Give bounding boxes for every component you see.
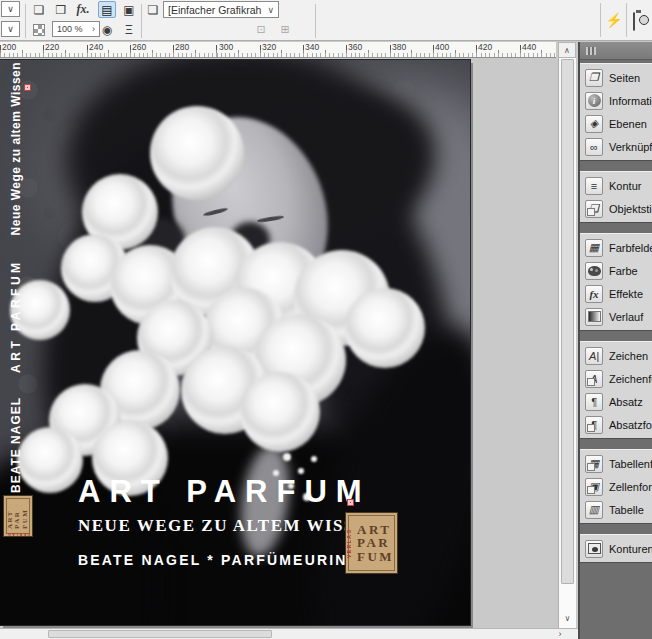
text-wrap-icon: [585, 540, 603, 558]
opacity-field[interactable]: 100 %›: [52, 21, 100, 37]
paragraph-icon: ¶: [585, 393, 603, 411]
pages-icon: ❐: [585, 69, 603, 87]
center-content-icon[interactable]: ◉: [98, 21, 116, 38]
spine-text-frame[interactable]: BEATE NAGEL ART PARFUM Neue Wege zu alte…: [9, 98, 23, 493]
effects-fx-icon: fx: [585, 285, 603, 303]
horizontal-scroll-right-button[interactable]: ›: [552, 629, 568, 639]
panel-button-konturenfuehrung[interactable]: Konturenführung: [580, 537, 652, 560]
cover-author: BEATE NAGEL * PARFÜMEURIN: [78, 552, 382, 568]
table-styles-icon: ▦: [585, 455, 603, 473]
ruler-tick-label: 360: [348, 42, 362, 52]
panel-label: Objektstile: [609, 203, 652, 215]
dropdown-chevron-button[interactable]: ∨: [1, 1, 20, 17]
panel-button-verlauf[interactable]: Verlauf: [580, 305, 652, 328]
transparency-icon[interactable]: [30, 21, 48, 38]
dock-header[interactable]: [580, 42, 652, 60]
vertical-scroll-thumb[interactable]: [561, 59, 574, 584]
panel-button-kontur[interactable]: ≡ Kontur: [580, 174, 652, 197]
gradient-icon: [585, 308, 603, 326]
color-palette-icon: [585, 262, 603, 280]
corner-options-icon[interactable]: ❏: [30, 1, 48, 18]
fit-frame-icon[interactable]: ▣: [120, 1, 138, 18]
ruler-tick-label: 440: [522, 42, 536, 52]
panel-button-zeichenformate[interactable]: A Zeichenformate: [580, 367, 652, 390]
horizontal-scrollbar[interactable]: ›: [0, 628, 652, 639]
photo-rose: [150, 106, 244, 200]
swatches-icon: ▦: [585, 239, 603, 257]
chevron-down-icon: ∨: [267, 5, 274, 15]
panel-label: Tabelle: [609, 504, 644, 516]
frame-anchor-marker[interactable]: [24, 84, 31, 91]
ruler-tick-label: 380: [392, 42, 406, 52]
ruler-tick-label: 220: [45, 42, 59, 52]
info-icon: i: [585, 92, 603, 110]
spine-title: ART PARFUM: [9, 259, 23, 372]
cover-subtitle: NEUE WEGE ZU ALTEM WISSEN: [78, 516, 382, 536]
dropdown-chevron-button[interactable]: ∨: [1, 21, 20, 37]
cover-title: ART PARFUM: [78, 474, 382, 510]
panel-button-absatzformate[interactable]: ¶ Absatzformate: [580, 413, 652, 436]
panel-button-tabellenformate[interactable]: ▦ Tabellenformate: [580, 452, 652, 475]
frame-grid-icon[interactable]: Ξ: [120, 21, 138, 38]
photo-flower-dot: [283, 453, 291, 461]
logo-verlag-text: Verlag: [346, 513, 357, 573]
panel-button-objektstile[interactable]: ❏ Objektstile: [580, 197, 652, 220]
control-panel: ∨ ❏ ❒ fx. ▤ ▣ ❏ [Einfacher Grafikrahmen]…: [0, 0, 652, 41]
preview-camera-icon[interactable]: [633, 13, 635, 31]
fit-content-icon[interactable]: ▤: [98, 1, 116, 18]
panel-label: Effekte: [609, 288, 643, 300]
ruler-tick-label: 260: [132, 42, 146, 52]
panel-button-ebenen[interactable]: ◈ Ebenen: [580, 112, 652, 135]
publisher-logo[interactable]: Verlag ART PAR FUM: [345, 512, 398, 574]
panel-label: Verlauf: [609, 311, 643, 323]
panel-button-farbe[interactable]: Farbe: [580, 259, 652, 282]
spine-subtitle: Neue Wege zu altem Wissen: [9, 62, 23, 236]
clear-overrides-icon[interactable]: ⊡: [252, 21, 270, 38]
panel-button-informationen[interactable]: i Informationen: [580, 89, 652, 112]
logo-line: FUM: [22, 496, 29, 529]
table-icon: ▥: [585, 501, 603, 519]
panel-button-farbfelder[interactable]: ▦ Farbfelder: [580, 236, 652, 259]
vertical-scroll-down-button[interactable]: ∨: [561, 611, 574, 625]
ruler-tick-label: 200: [2, 42, 16, 52]
panel-button-verknuepfungen[interactable]: ∞ Verknüpfungen: [580, 135, 652, 158]
frame-anchor-marker[interactable]: [347, 499, 354, 506]
horizontal-ruler[interactable]: 200 220 240 260 280 300 320 340 360 380 …: [0, 42, 556, 58]
new-style-icon[interactable]: ⊞: [276, 21, 294, 38]
ruler-tick-label: 420: [478, 42, 492, 52]
publisher-logo-spine[interactable]: Verlag ART PAR FUM: [3, 495, 33, 537]
panel-group-stroke: ≡ Kontur ❏ Objektstile: [580, 171, 652, 223]
panel-group-pages: ❐ Seiten i Informationen ◈ Ebenen ∞ Verk…: [580, 63, 652, 161]
object-style-icon: ❏: [145, 1, 161, 18]
book-cover-page[interactable]: BEATE NAGEL ART PARFUM Neue Wege zu alte…: [0, 60, 470, 625]
vertical-scroll-up-button[interactable]: ∧: [558, 42, 576, 58]
panel-label: Zeichenformate: [609, 373, 652, 385]
stroke-icon: ≡: [585, 177, 603, 195]
panel-label: Kontur: [609, 180, 641, 192]
logo-line: ART: [357, 523, 397, 537]
photo-rose: [240, 372, 320, 452]
panel-button-absatz[interactable]: ¶ Absatz: [580, 390, 652, 413]
drop-shadow-icon[interactable]: ❒: [52, 1, 70, 18]
panel-button-zellenformate[interactable]: ▣ Zellenformate: [580, 475, 652, 498]
canvas-pasteboard[interactable]: BEATE NAGEL ART PARFUM Neue Wege zu alte…: [0, 58, 558, 628]
character-styles-icon: A: [585, 370, 603, 388]
panel-label: Zeichen: [609, 350, 648, 362]
panel-button-tabelle[interactable]: ▥ Tabelle: [580, 498, 652, 521]
panel-button-seiten[interactable]: ❐ Seiten: [580, 66, 652, 89]
panel-group-table: ▦ Tabellenformate ▣ Zellenformate ▥ Tabe…: [580, 449, 652, 524]
quick-apply-lightning-icon[interactable]: ⚡: [605, 11, 623, 28]
cell-styles-icon: ▣: [585, 478, 603, 496]
photo-flower-dot: [311, 456, 317, 462]
panel-button-effekte[interactable]: fx Effekte: [580, 282, 652, 305]
logo-line: FUM: [357, 550, 397, 564]
panel-label: Zellenformate: [609, 481, 652, 493]
effects-menu-icon[interactable]: fx.: [74, 1, 92, 18]
panel-label: Farbe: [609, 265, 638, 277]
object-style-dropdown[interactable]: [Einfacher Grafikrahmen]+ ∨: [163, 1, 279, 18]
vertical-scrollbar[interactable]: ∨: [558, 58, 576, 628]
horizontal-scroll-thumb[interactable]: [48, 630, 272, 638]
panel-button-zeichen[interactable]: A| Zeichen: [580, 344, 652, 367]
photo-rose: [17, 427, 83, 493]
title-text-frame[interactable]: ART PARFUM NEUE WEGE ZU ALTEM WISSEN BEA…: [78, 474, 382, 568]
